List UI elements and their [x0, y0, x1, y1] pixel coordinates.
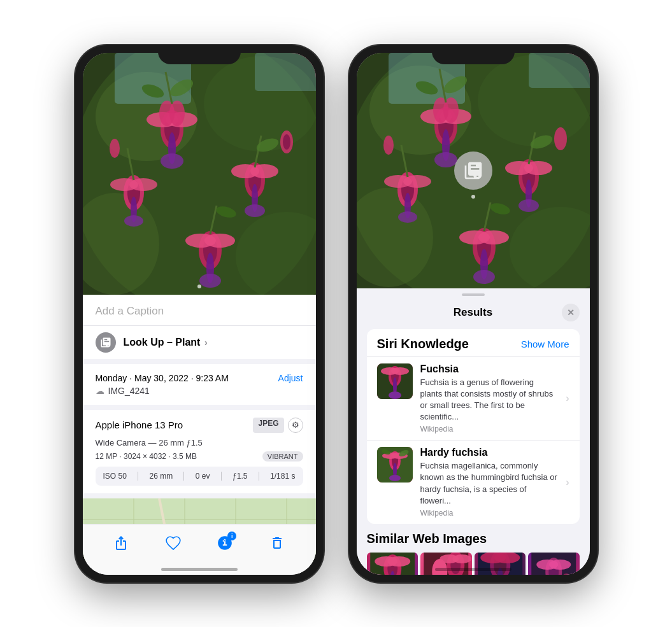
sheet-handle [462, 293, 485, 296]
phone-1: Add a Caption Look Up – Plant › [75, 45, 324, 582]
siri-knowledge-header: Siri Knowledge Show More [367, 329, 580, 356]
favorite-button[interactable] [164, 534, 182, 552]
svg-point-84 [398, 211, 417, 223]
ev-value: 0 ev [196, 472, 210, 481]
show-more-button[interactable]: Show More [521, 339, 569, 349]
svg-point-26 [110, 178, 138, 191]
vibrant-badge: VIBRANT [262, 451, 303, 461]
caption-section: Add a Caption [83, 295, 316, 325]
svg-point-34 [199, 274, 221, 288]
svg-point-105 [381, 367, 399, 375]
svg-point-72 [434, 152, 457, 167]
info-button[interactable]: i [216, 534, 234, 552]
hardy-thumbnail [377, 447, 413, 483]
divider [138, 472, 138, 481]
info-badge: i [227, 532, 236, 540]
photo-specs: 12 MP · 3024 × 4032 · 3.5 MB [96, 452, 197, 461]
hardy-source: Wikipedia [420, 509, 559, 518]
meta-section: Monday · May 30, 2022 · 9:23 AM Adjust ☁… [83, 364, 316, 405]
svg-point-36 [283, 134, 290, 150]
close-button[interactable]: ✕ [562, 304, 580, 321]
svg-point-16 [161, 153, 183, 169]
svg-point-121 [375, 556, 397, 567]
photo-display-2 [357, 53, 590, 288]
hardy-desc: Fuchsia magellanica, commonly known as t… [420, 460, 559, 507]
divider [183, 472, 184, 481]
similar-images-grid [367, 553, 580, 575]
knowledge-item-hardy[interactable]: Hardy fuchsia Fuchsia magellanica, commo… [367, 440, 580, 524]
similar-images-title: Similar Web Images [367, 532, 580, 546]
bottom-toolbar: i [83, 524, 316, 575]
hardy-text: Hardy fuchsia Fuchsia magellanica, commo… [420, 447, 559, 518]
lookup-text: Look Up – Plant › [124, 337, 208, 348]
svg-point-78 [518, 199, 539, 212]
svg-point-90 [473, 270, 495, 284]
svg-point-32 [185, 234, 216, 248]
photo-date: Monday · May 30, 2022 · 9:23 AM [96, 373, 229, 383]
badge-dot [471, 195, 475, 199]
hardy-chevron: › [566, 477, 569, 488]
siri-knowledge-title: Siri Knowledge [377, 337, 469, 351]
fuchsia-name: Fuchsia [420, 363, 559, 375]
svg-point-114 [389, 475, 401, 481]
notch-1 [158, 45, 241, 64]
adjust-button[interactable]: Adjust [278, 373, 303, 383]
similar-image-2[interactable] [420, 553, 472, 575]
similar-image-4[interactable] [528, 553, 580, 575]
svg-rect-64 [529, 53, 590, 88]
cloud-icon: ☁ [96, 386, 104, 396]
fuchsia-chevron: › [566, 393, 569, 404]
svg-point-28 [124, 215, 143, 227]
svg-point-141 [536, 560, 558, 570]
svg-point-82 [384, 175, 412, 188]
phone-2: Results ✕ Siri Knowledge Show More [349, 45, 597, 582]
svg-point-129 [440, 554, 459, 563]
notch-2 [432, 45, 515, 64]
visual-lookup-badge[interactable] [454, 151, 492, 190]
sheet-header: Results ✕ [357, 304, 590, 329]
knowledge-item-fuchsia[interactable]: Fuchsia Fuchsia is a genus of flowering … [367, 356, 580, 440]
svg-point-13 [159, 101, 175, 126]
svg-point-37 [110, 139, 120, 158]
similar-image-1[interactable] [367, 553, 418, 575]
phone1-screen: Add a Caption Look Up – Plant › [83, 53, 316, 575]
aperture-value: ƒ1.5 [232, 472, 247, 481]
divider [221, 472, 222, 481]
svg-rect-7 [255, 53, 316, 91]
filename: IMG_4241 [108, 386, 150, 396]
home-bar-2 [435, 568, 511, 571]
lookup-icon [96, 332, 116, 353]
svg-point-92 [383, 136, 394, 155]
svg-point-107 [389, 391, 401, 399]
phone2-screen: Results ✕ Siri Knowledge Show More [357, 53, 590, 575]
svg-point-22 [245, 204, 265, 217]
caption-input[interactable]: Add a Caption [96, 305, 164, 317]
camera-model: Apple iPhone 13 Pro [96, 419, 183, 430]
fuchsia-text: Fuchsia Fuchsia is a genus of flowering … [420, 363, 559, 434]
format-badge: JPEG [253, 418, 283, 433]
results-sheet: Results ✕ Siri Knowledge Show More [357, 288, 590, 575]
svg-point-88 [459, 230, 490, 244]
similar-image-3[interactable] [475, 553, 526, 575]
divider [259, 472, 259, 481]
delete-button[interactable] [268, 534, 286, 552]
camera-settings-icon[interactable]: ⚙ [288, 418, 303, 433]
fuchsia-source: Wikipedia [420, 425, 559, 433]
results-title: Results [385, 306, 562, 319]
photo-indicator [197, 285, 201, 288]
fuchsia-desc: Fuchsia is a genus of flowering plants t… [420, 377, 559, 423]
siri-knowledge-section: Siri Knowledge Show More [367, 329, 580, 525]
lookup-row[interactable]: Look Up – Plant › [83, 325, 316, 359]
photo-display[interactable] [83, 53, 316, 295]
fuchsia-thumbnail [377, 363, 413, 399]
home-bar [161, 568, 238, 571]
focal-length: 26 mm [149, 472, 173, 481]
hardy-name: Hardy fuchsia [420, 447, 559, 458]
share-button[interactable] [112, 534, 130, 552]
svg-point-91 [554, 127, 567, 150]
camera-section: Apple iPhone 13 Pro JPEG ⚙ Wide Camera —… [83, 410, 316, 493]
iso-value: ISO 50 [103, 472, 127, 481]
shutter-speed: 1/181 s [270, 472, 295, 481]
lens-info: Wide Camera — 26 mm ƒ1.5 [96, 438, 303, 447]
